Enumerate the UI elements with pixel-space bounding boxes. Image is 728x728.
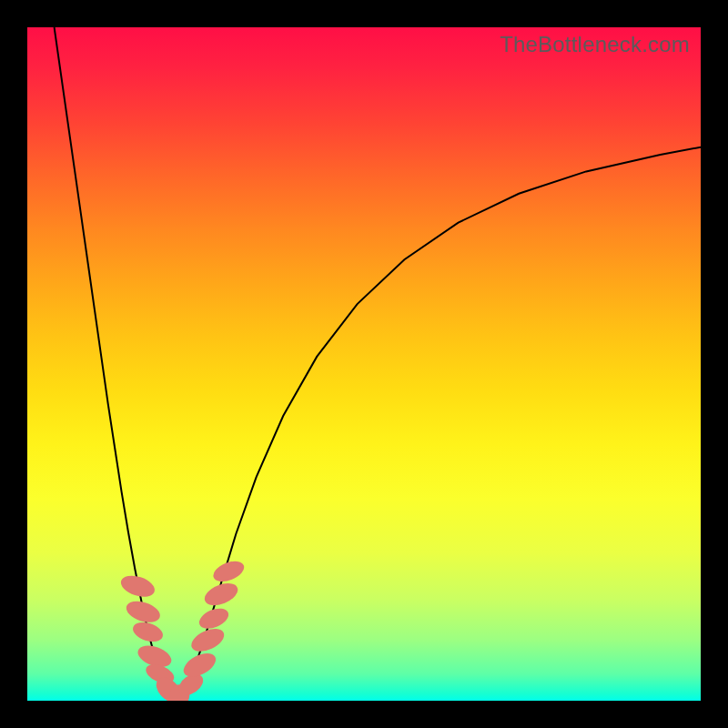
bead-marker — [124, 597, 163, 626]
bead-marker — [130, 619, 165, 645]
curve-right-branch — [176, 147, 701, 699]
bead-marker — [118, 571, 157, 601]
bead-cluster — [118, 557, 247, 701]
bead-marker — [210, 557, 247, 585]
curve-left-branch — [55, 27, 176, 699]
outer-frame: TheBottleneck.com — [0, 0, 728, 728]
plot-area: TheBottleneck.com — [27, 27, 701, 701]
attribution-watermark: TheBottleneck.com — [500, 32, 690, 57]
chart-svg — [27, 27, 701, 701]
